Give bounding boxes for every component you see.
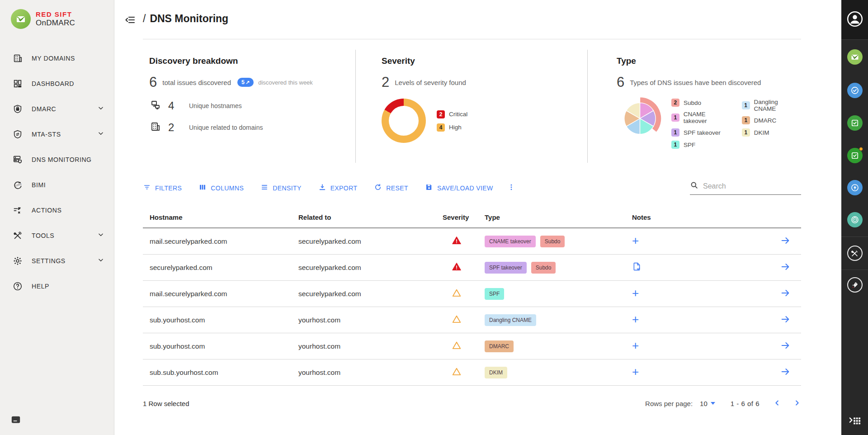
table-row[interactable]: mail.securelyparked.com securelyparked.c…: [143, 228, 801, 255]
type-chip: Subdo: [540, 236, 565, 247]
chat-widget-icon[interactable]: [11, 415, 21, 427]
table-footer: 1 Row selected Rows per page: 10 1 - 6 o…: [143, 386, 801, 421]
high-severity-icon: [452, 288, 462, 300]
unique-domains-stat: 2 Unique related to domains: [149, 121, 355, 134]
sidebar-item-bimi[interactable]: LOGO BIMI: [0, 175, 114, 195]
save-load-view-button[interactable]: SAVE/LOAD VIEW: [425, 183, 493, 193]
logo-circle-icon: LOGO: [12, 180, 24, 190]
app-check-green-icon[interactable]: [847, 115, 863, 131]
column-header-notes[interactable]: Notes: [625, 213, 769, 221]
sidebar-item-mta-sts[interactable]: MTA-STS: [0, 124, 114, 145]
sidebar-item-dashboard[interactable]: DASHBOARD: [0, 73, 114, 94]
sidebar-item-settings[interactable]: SETTINGS: [0, 251, 114, 271]
sidebar-item-dns-monitoring[interactable]: DNS MONITORING: [0, 149, 114, 170]
high-severity-icon: [452, 367, 462, 378]
search-input[interactable]: [703, 182, 801, 190]
reset-button[interactable]: RESET: [374, 183, 408, 193]
add-note-icon[interactable]: +: [632, 288, 639, 298]
add-note-icon[interactable]: +: [632, 341, 639, 350]
open-issue-arrow-icon[interactable]: [780, 314, 790, 326]
legend-count-badge: 1: [671, 113, 679, 122]
app-lightning-icon[interactable]: [847, 180, 863, 195]
download-icon: [318, 183, 326, 193]
type-chip: SPF: [485, 288, 504, 300]
dropdown-caret-icon: [711, 402, 715, 405]
add-note-icon[interactable]: +: [632, 367, 639, 376]
more-options-kebab-icon[interactable]: [507, 183, 515, 193]
total-issues-label: total issues discovered: [162, 79, 231, 86]
legend-label: Critical: [449, 111, 467, 118]
legend-item: 2Critical: [437, 110, 467, 118]
sidebar-item-tools[interactable]: TOOLS: [0, 225, 114, 246]
table-row[interactable]: sub.yourhost.com yourhost.com DMARC +: [143, 333, 801, 359]
save-icon: [425, 183, 433, 193]
app-ondmarc-icon[interactable]: [847, 49, 863, 65]
sidebar-item-dmarc[interactable]: DMARC: [0, 99, 114, 119]
column-header-hostname[interactable]: Hostname: [143, 213, 295, 221]
legend-item: 1SPF: [671, 141, 730, 149]
table-row[interactable]: sub.yourhost.com yourhost.com Dangling C…: [143, 307, 801, 333]
table-row[interactable]: mail.securelyparked.com securelyparked.c…: [143, 281, 801, 307]
open-issue-arrow-icon[interactable]: [780, 288, 790, 300]
user-avatar-icon[interactable]: [846, 10, 863, 29]
rail-rocket-icon[interactable]: [847, 277, 863, 293]
column-header-severity[interactable]: Severity: [433, 213, 476, 221]
open-issue-arrow-icon[interactable]: [780, 340, 790, 352]
note-added-icon[interactable]: [632, 262, 642, 271]
rows-per-page-select[interactable]: 10: [700, 400, 715, 407]
legend-label: High: [449, 124, 462, 131]
collapse-menu-icon[interactable]: [125, 14, 136, 27]
critical-severity-icon: [452, 262, 462, 274]
legend-item: 2Subdo: [671, 99, 730, 107]
table-row[interactable]: sub.sub.yourhost.com yourhost.com DKIM +: [143, 359, 801, 386]
type-legend: 2Subdo1CNAME takeover1SPF takeover1SPF1D…: [671, 99, 801, 149]
type-count: 6: [617, 74, 624, 90]
table-header-row: Hostname Related to Severity Type Notes: [143, 207, 801, 228]
unique-hostnames-stat: 4 Unique hostnames: [149, 99, 355, 112]
legend-count-badge: 1: [671, 141, 679, 149]
app-rail: [841, 0, 868, 435]
severity-legend: 2Critical4High: [437, 110, 467, 132]
open-issue-arrow-icon[interactable]: [780, 367, 790, 378]
filters-button[interactable]: FILTERS: [143, 183, 182, 193]
app-check-green-notify-icon[interactable]: [847, 148, 863, 163]
column-header-related-to[interactable]: Related to: [295, 213, 433, 221]
page-title: DNS Monitoring: [150, 13, 228, 25]
previous-page-icon[interactable]: [773, 399, 781, 408]
add-note-icon[interactable]: +: [632, 315, 639, 324]
next-page-icon[interactable]: [793, 399, 801, 408]
sidebar-item-actions[interactable]: ACTIONS: [0, 200, 114, 221]
add-note-icon[interactable]: +: [632, 236, 639, 245]
discovered-this-week-badge: 5 ↗: [237, 78, 254, 87]
critical-severity-icon: [452, 236, 462, 247]
legend-count-badge: 1: [742, 128, 750, 137]
export-button[interactable]: EXPORT: [318, 183, 358, 193]
open-issue-arrow-icon[interactable]: [780, 236, 790, 247]
severity-levels-label: Levels of severity found: [395, 79, 466, 86]
sidebar-item-help[interactable]: HELP: [0, 276, 114, 297]
app-launcher-icon[interactable]: [847, 412, 863, 428]
brand-line2: OnDMARC: [36, 19, 75, 28]
sidebar-item-my-domains[interactable]: MY DOMAINS: [0, 48, 114, 69]
columns-button[interactable]: COLUMNS: [198, 183, 244, 193]
legend-label: Subdo: [684, 99, 701, 106]
severity-cell: [433, 314, 476, 326]
app-check-blue-icon[interactable]: [847, 83, 863, 98]
severity-levels-count: 2: [382, 74, 389, 90]
app-radar-icon[interactable]: [847, 212, 863, 227]
rail-tools-icon[interactable]: [847, 246, 863, 261]
brand-logo[interactable]: RED SIFT OnDMARC: [0, 0, 114, 29]
type-chip: CNAME takeover: [485, 236, 536, 247]
shield-arrows-icon: [12, 129, 24, 139]
column-header-type[interactable]: Type: [476, 213, 625, 221]
legend-count-badge: 2: [437, 110, 445, 118]
legend-label: SPF: [684, 142, 695, 148]
legend-count-badge: 2: [671, 99, 679, 107]
chevron-down-icon: [98, 232, 104, 240]
density-button[interactable]: DENSITY: [260, 183, 301, 193]
week-label: discovered this week: [258, 79, 313, 86]
open-issue-arrow-icon[interactable]: [780, 262, 790, 274]
table-row[interactable]: securelyparked.com securelyparked.com SP…: [143, 255, 801, 281]
chevron-down-icon: [98, 130, 104, 138]
table-toolbar: FILTERS COLUMNS DENSITY EXPORT RESET SAV…: [143, 181, 801, 195]
